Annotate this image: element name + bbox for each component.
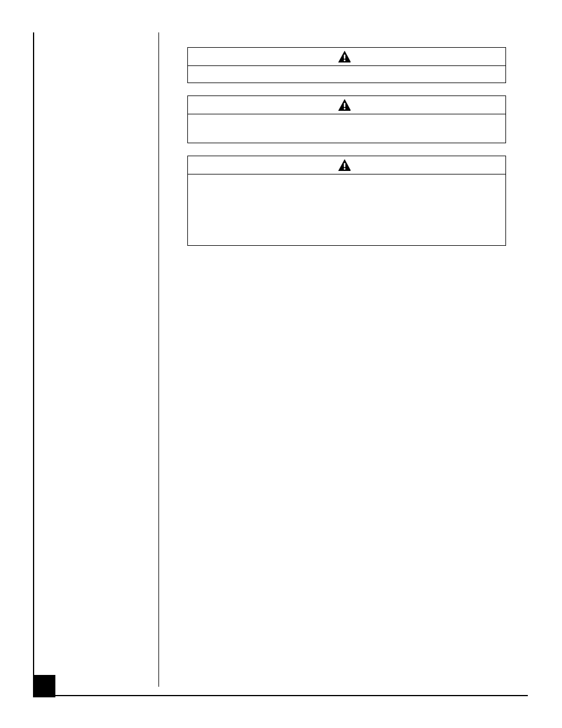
notice-body	[188, 114, 505, 143]
svg-point-3	[343, 108, 345, 110]
manual-page	[0, 0, 562, 728]
page-number-box	[33, 675, 55, 697]
notice-header	[188, 48, 505, 66]
notice-body	[188, 66, 505, 83]
svg-rect-0	[343, 54, 345, 58]
alert-icon	[338, 159, 351, 171]
notice-box	[187, 156, 506, 246]
notice-header	[188, 96, 505, 114]
notice-box	[187, 47, 506, 83]
notice-header	[188, 156, 505, 174]
svg-point-5	[343, 168, 345, 170]
svg-rect-4	[343, 163, 345, 167]
svg-point-1	[343, 60, 345, 61]
alert-icon	[338, 51, 351, 62]
column-divider	[158, 32, 159, 687]
alert-icon	[338, 99, 351, 111]
notice-box	[187, 95, 506, 143]
svg-rect-2	[343, 103, 345, 107]
notice-body	[188, 174, 505, 245]
